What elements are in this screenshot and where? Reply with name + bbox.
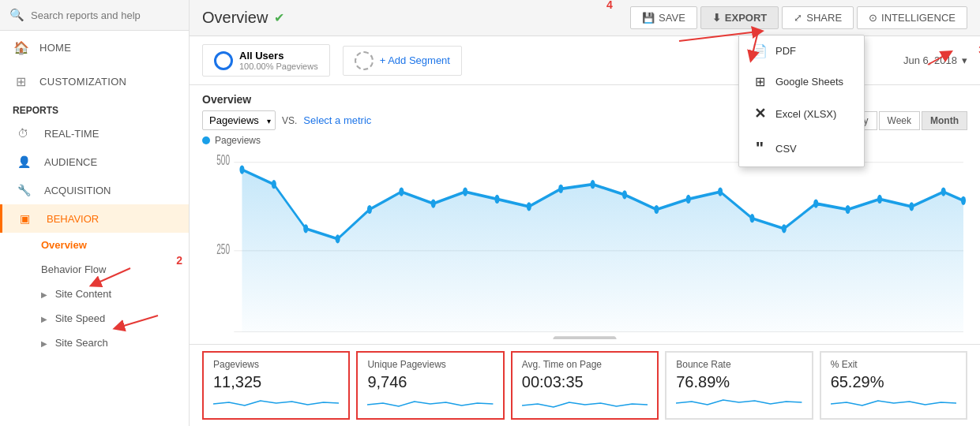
svg-point-28 [813, 199, 818, 207]
sidebar-item-behavior[interactable]: ▣ BEHAVIOR [0, 204, 189, 233]
time-btn-week[interactable]: Week [879, 111, 920, 130]
pdf-icon: 📄 [752, 43, 768, 58]
home-icon: 🏠 [13, 40, 30, 55]
sidebar-item-site-content[interactable]: ▶ Site Content [0, 282, 189, 306]
sidebar-item-site-search[interactable]: ▶ Site Search [0, 331, 189, 355]
export-dropdown: 📄 PDF ⊞ Google Sheets ✕ Excel (XLSX) " C… [738, 35, 865, 167]
metric-select[interactable]: Pageviews [202, 110, 276, 130]
stat-value-avg-time: 00:03:35 [522, 373, 648, 391]
reports-label: Reports [0, 99, 189, 119]
date-range-arrow: ▾ [962, 54, 967, 66]
stat-card-avg-time: Avg. Time on Page 00:03:35 [511, 351, 659, 420]
stat-sparkline-avgtime [522, 394, 648, 412]
sidebar-item-realtime[interactable]: ⏱ REAL-TIME [0, 119, 189, 148]
csv-icon: " [752, 138, 768, 159]
stat-sparkline-pageviews [213, 394, 339, 412]
pageviews-legend-label: Pageviews [215, 135, 261, 146]
svg-point-13 [336, 234, 340, 243]
date-range[interactable]: Jun 6, 2018 ▾ 3 [903, 54, 967, 66]
svg-text:500: 500 [216, 151, 230, 168]
stat-label-bounce: Bounce Rate [676, 359, 802, 370]
sidebar-item-site-speed[interactable]: ▶ Site Speed [0, 306, 189, 331]
sidebar-item-home[interactable]: 🏠 HOME [0, 31, 189, 65]
svg-point-32 [941, 187, 946, 196]
svg-text:250: 250 [216, 240, 230, 256]
svg-point-15 [399, 187, 404, 196]
add-segment-button[interactable]: + Add Segment [343, 46, 462, 76]
svg-point-25 [718, 187, 723, 196]
sidebar-item-acquisition[interactable]: 🔧 ACQUISITION 1 [0, 176, 189, 204]
add-segment-label: + Add Segment [380, 54, 450, 66]
stat-value-unique: 9,746 [367, 373, 493, 391]
svg-point-22 [622, 190, 627, 199]
stat-label-pageviews: Pageviews [213, 359, 339, 370]
segment-label: All Users [239, 50, 318, 62]
sidebar-item-audience[interactable]: 👤 AUDIENCE [0, 148, 189, 176]
acquisition-icon: 🔧 [17, 184, 35, 196]
stat-sparkline-bounce [676, 394, 802, 412]
svg-point-27 [782, 224, 787, 233]
stat-value-bounce: 76.89% [676, 373, 802, 391]
header-actions: 4 💾 SAVE ⬇ EXPORT ⤢ SHARE ⊙ INTELLIGENCE… [630, 6, 967, 29]
sidebar-item-customization-label: CUSTOMIZATION [39, 76, 126, 88]
svg-marker-9 [242, 170, 963, 332]
search-icon: 🔍 [9, 8, 24, 22]
svg-rect-34 [553, 336, 617, 339]
search-box[interactable]: 🔍 [0, 0, 189, 31]
export-icon: ⬇ [712, 12, 721, 24]
svg-point-30 [877, 195, 882, 204]
date-range-label: Jun 6, 2018 [903, 54, 957, 66]
svg-point-20 [558, 185, 563, 193]
stat-card-pageviews: Pageviews 11,325 [202, 351, 350, 420]
svg-point-23 [654, 205, 659, 214]
stat-sparkline-unique [367, 394, 493, 412]
segment-sublabel: 100.00% Pageviews [239, 62, 318, 71]
header-bar: Overview ✔ 4 💾 SAVE ⬇ EXPORT ⤢ SHARE ⊙ I… [190, 0, 980, 36]
stat-card-bounce-rate: Bounce Rate 76.89% [665, 351, 813, 420]
stats-row: Pageviews 11,325 Unique Pageviews 9,746 … [190, 344, 980, 426]
export-csv-item[interactable]: " CSV [739, 130, 864, 166]
share-button[interactable]: ⤢ SHARE [782, 6, 854, 29]
annotation-4: 4 [606, 0, 613, 11]
select-metric-link[interactable]: Select a metric [303, 114, 371, 126]
export-pdf-item[interactable]: 📄 PDF [739, 36, 864, 66]
google-sheets-icon: ⊞ [752, 74, 768, 89]
stat-card-exit: % Exit 65.29% [820, 351, 967, 420]
svg-point-17 [463, 187, 467, 196]
save-icon: 💾 [642, 12, 655, 24]
svg-point-21 [591, 180, 595, 189]
svg-point-16 [431, 199, 436, 207]
sidebar-item-customization[interactable]: ⊞ CUSTOMIZATION [0, 65, 189, 99]
excel-icon: ✕ [752, 105, 768, 122]
intelligence-button[interactable]: ⊙ INTELLIGENCE [857, 6, 967, 29]
svg-point-33 [961, 196, 966, 205]
save-button[interactable]: 💾 SAVE [630, 6, 697, 29]
customization-icon: ⊞ [13, 74, 30, 89]
sidebar-item-home-label: HOME [39, 42, 71, 54]
all-users-segment[interactable]: All Users 100.00% Pageviews [202, 44, 330, 77]
svg-point-12 [303, 224, 308, 233]
export-google-sheets-item[interactable]: ⊞ Google Sheets [739, 66, 864, 97]
svg-point-10 [239, 165, 244, 174]
search-input[interactable] [31, 9, 179, 21]
verified-icon: ✔ [274, 10, 284, 25]
svg-point-24 [686, 195, 691, 204]
time-btn-month[interactable]: Month [922, 111, 967, 130]
pageviews-dot [202, 136, 210, 144]
svg-point-29 [846, 205, 850, 214]
svg-point-19 [527, 202, 531, 211]
chart-title: Overview [202, 93, 251, 106]
svg-point-14 [367, 205, 372, 214]
sidebar-item-overview[interactable]: Overview [0, 233, 189, 257]
export-button[interactable]: ⬇ EXPORT [700, 6, 779, 29]
sidebar-item-behavior-flow[interactable]: Behavior Flow 2 [0, 257, 189, 282]
export-excel-item[interactable]: ✕ Excel (XLSX) [739, 97, 864, 130]
svg-point-11 [272, 180, 276, 189]
behavior-icon: ▣ [20, 212, 37, 225]
segment-info: All Users 100.00% Pageviews [239, 50, 318, 71]
intelligence-icon: ⊙ [869, 12, 877, 24]
svg-point-31 [909, 202, 914, 211]
svg-point-18 [494, 195, 499, 204]
sidebar: 🔍 🏠 HOME ⊞ CUSTOMIZATION Reports ⏱ REAL-… [0, 0, 190, 426]
share-icon: ⤢ [794, 12, 802, 24]
